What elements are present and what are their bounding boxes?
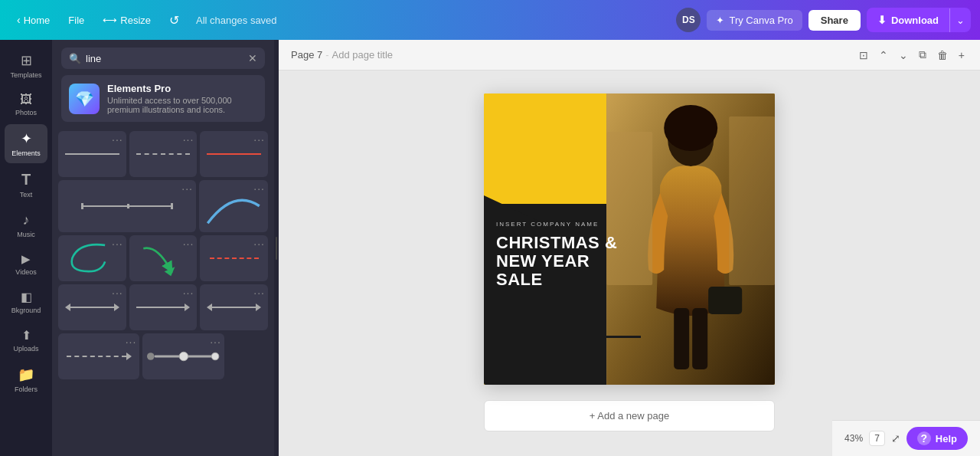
home-button[interactable]: ‹ Home (9, 9, 57, 31)
uploads-icon: ⬆ (21, 328, 31, 343)
element-cell-right-arrow[interactable]: ··· (129, 284, 198, 330)
trash-icon: 🗑 (937, 49, 948, 61)
element-cell-red-dashed2[interactable]: ··· (200, 235, 268, 281)
add-page-inline-button[interactable]: + (956, 46, 968, 64)
element-cell-dashed-line[interactable]: ··· (129, 131, 198, 177)
sale-line1: CHRISTMAS & (496, 233, 617, 252)
elements-icon: ✦ (21, 130, 32, 147)
chevron-up-icon: ⌃ (879, 49, 888, 61)
svg-rect-12 (674, 308, 689, 369)
page-label: Page 7 - Add page title (291, 49, 393, 61)
design-card-inner: INSERT COMPANY NAME CHRISTMAS & NEW YEAR… (484, 93, 775, 385)
avatar-button[interactable]: DS (676, 8, 701, 32)
download-dropdown-button[interactable]: ⌄ (949, 8, 971, 32)
download-button-group: ⬇ Download ⌄ (867, 8, 971, 32)
sidebar-item-label: Music (17, 231, 35, 238)
elements-pro-title: Elements Pro (107, 83, 257, 94)
more-options-icon[interactable]: ··· (126, 336, 137, 347)
element-cell-dotted-right-arrow[interactable]: ··· (58, 333, 139, 379)
more-options-icon[interactable]: ··· (253, 238, 265, 249)
page-indicator[interactable]: 7 (869, 431, 885, 446)
sidebar-item-folders[interactable]: 📁 Folders (5, 360, 47, 399)
search-input[interactable] (86, 53, 243, 64)
elements-pro-banner[interactable]: 💎 Elements Pro Unlimited access to over … (61, 75, 265, 122)
element-cell-double-arrow-2[interactable]: ··· (200, 284, 268, 330)
undo-button[interactable]: ↺ (162, 8, 187, 32)
svg-rect-2 (127, 204, 129, 208)
svg-point-5 (147, 353, 155, 360)
chevron-down-icon: ⌄ (956, 15, 965, 26)
star-icon: ✦ (716, 15, 724, 26)
duplicate-page-button[interactable]: ⧉ (916, 45, 929, 64)
canvas-toolbar-right: ⊡ ⌃ ⌄ ⧉ 🗑 + (856, 45, 968, 64)
sidebar-item-music[interactable]: ♪ Music (5, 206, 47, 244)
chevron-left-icon: ‹ (17, 14, 21, 26)
element-row-2: ··· ··· (58, 180, 268, 232)
page-down-button[interactable]: ⌄ (896, 46, 911, 64)
share-label: Share (821, 15, 848, 26)
music-icon: ♪ (23, 212, 30, 228)
page-title-placeholder[interactable]: Add page title (332, 49, 394, 61)
company-name: INSERT COMPANY NAME (496, 221, 632, 228)
file-button[interactable]: File (60, 10, 92, 31)
resize-button[interactable]: ⟷ Resize (95, 10, 158, 31)
sidebar-item-videos[interactable]: ▶ Videos (5, 246, 47, 282)
bottom-line-decoration (495, 336, 641, 338)
element-cell-double-arrow-1[interactable]: ··· (58, 284, 126, 330)
download-label: Download (891, 15, 939, 26)
plus-icon: + (959, 49, 965, 61)
sidebar-item-label: Elements (11, 149, 41, 157)
delete-page-button[interactable]: 🗑 (934, 46, 951, 64)
fullscreen-button[interactable]: ⤢ (891, 432, 900, 445)
sidebar-item-background[interactable]: ◧ Bkground (5, 284, 47, 320)
more-options-icon[interactable]: ··· (210, 336, 221, 347)
share-button[interactable]: Share (808, 10, 861, 31)
sidebar-item-label: Templates (10, 71, 41, 79)
more-options-icon[interactable]: ··· (112, 238, 123, 249)
more-options-icon[interactable]: ··· (253, 134, 265, 145)
more-options-icon[interactable]: ··· (183, 287, 194, 298)
add-new-page-button[interactable]: + Add a new page (484, 400, 775, 431)
sidebar-icons: ⊞ Templates 🖼 Photos ✦ Elements T Text ♪… (0, 40, 52, 456)
search-clear-button[interactable]: ✕ (248, 52, 257, 64)
try-pro-label: Try Canva Pro (729, 15, 792, 26)
sidebar-item-templates[interactable]: ⊞ Templates (5, 46, 47, 85)
download-main-button[interactable]: ⬇ Download (867, 8, 949, 32)
search-panel: 🔍 ✕ 💎 Elements Pro Unlimited access to o… (52, 40, 274, 456)
more-options-icon[interactable]: ··· (253, 287, 265, 298)
background-icon: ◧ (21, 290, 32, 304)
svg-rect-1 (81, 203, 83, 209)
element-cell-solid-line[interactable]: ··· (58, 131, 126, 177)
more-options-icon[interactable]: ··· (183, 238, 194, 249)
present-icon-button[interactable]: ⊡ (856, 46, 871, 64)
element-cell-teal-curl[interactable]: ··· (58, 235, 126, 281)
element-cell-slider-line[interactable]: ··· (142, 333, 224, 379)
design-card[interactable]: INSERT COMPANY NAME CHRISTMAS & NEW YEAR… (484, 93, 775, 385)
more-options-icon[interactable]: ··· (112, 134, 123, 145)
folders-icon: 📁 (18, 366, 34, 383)
element-cell-curved-blue[interactable]: ··· (199, 180, 268, 232)
templates-icon: ⊞ (21, 52, 32, 69)
canvas-area: Page 7 - Add page title ⊡ ⌃ ⌄ ⧉ 🗑 (279, 40, 980, 456)
more-options-icon[interactable]: ··· (253, 183, 265, 194)
photos-icon: 🖼 (20, 93, 32, 107)
sidebar-item-label: Text (20, 191, 33, 198)
sidebar-item-uploads[interactable]: ⬆ Uploads (5, 322, 47, 359)
help-button[interactable]: ? Help (906, 427, 968, 450)
sidebar-item-text[interactable]: T Text (5, 165, 47, 205)
file-label: File (68, 15, 84, 26)
more-options-icon[interactable]: ··· (183, 134, 194, 145)
more-options-icon[interactable]: ··· (181, 183, 193, 194)
sidebar-item-elements[interactable]: ✦ Elements (5, 124, 47, 163)
more-options-icon[interactable]: ··· (112, 287, 123, 298)
page-up-button[interactable]: ⌃ (876, 46, 891, 64)
element-cell-ruler-line[interactable]: ··· (58, 180, 196, 232)
element-cell-red-line[interactable]: ··· (200, 131, 268, 177)
element-cell-green-arrow[interactable]: ··· (129, 235, 198, 281)
element-row-5: ··· ··· (58, 333, 268, 379)
sidebar-item-label: Uploads (13, 345, 38, 353)
main-layout: ⊞ Templates 🖼 Photos ✦ Elements T Text ♪… (0, 40, 980, 456)
sidebar-item-photos[interactable]: 🖼 Photos (5, 87, 47, 123)
try-pro-button[interactable]: ✦ Try Canva Pro (707, 10, 802, 31)
text-icon: T (21, 171, 31, 189)
